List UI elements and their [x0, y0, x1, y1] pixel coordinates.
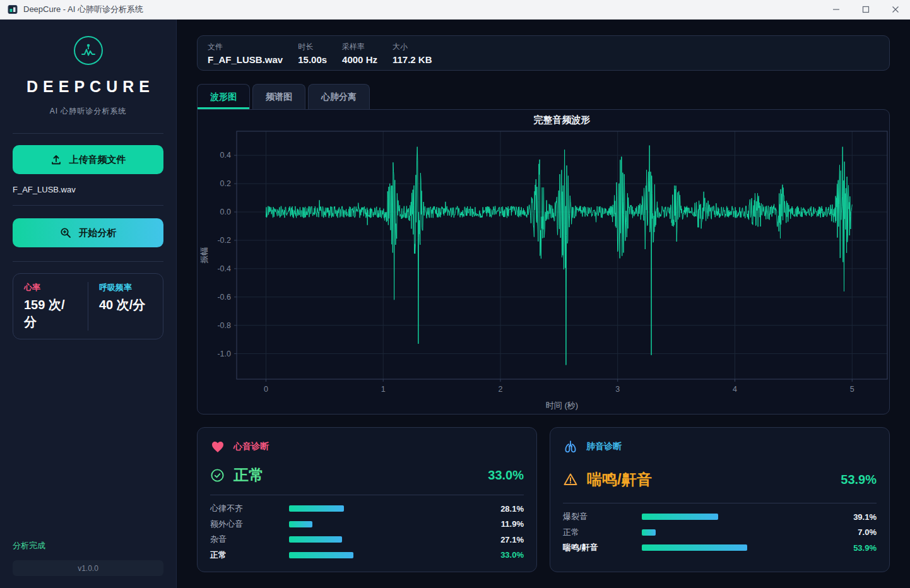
- svg-text:5: 5: [850, 385, 854, 394]
- svg-text:1: 1: [381, 385, 386, 394]
- diagnosis-cards: 心音诊断 正常 33.0% 心律不齐28.1%额外心音11.9%杂音27.1%正…: [197, 427, 890, 572]
- lung-result-label: 喘鸣/鼾音: [587, 469, 652, 490]
- svg-text:0.4: 0.4: [220, 151, 231, 160]
- probability-bar: [289, 521, 312, 527]
- probability-bar-track: [289, 521, 485, 527]
- probability-value: 53.9%: [837, 543, 877, 553]
- heart-rate-value: 159 次/分: [24, 297, 77, 331]
- sidebar-divider: [13, 205, 163, 206]
- diagnosis-row-label: 正常: [210, 550, 289, 561]
- svg-text:4: 4: [733, 385, 737, 394]
- info-label: 大小: [393, 42, 432, 52]
- brand-title: DEEPCURE: [13, 78, 163, 96]
- svg-text:时间 (秒): 时间 (秒): [546, 401, 578, 410]
- svg-text:0.2: 0.2: [220, 179, 231, 188]
- svg-text:2: 2: [498, 385, 502, 394]
- svg-text:完整音频波形: 完整音频波形: [534, 114, 591, 125]
- card-divider: [563, 503, 877, 503]
- svg-text:0.0: 0.0: [220, 208, 231, 216]
- probability-bar: [289, 536, 342, 543]
- probability-value: 27.1%: [485, 535, 524, 544]
- close-button[interactable]: [880, 0, 910, 19]
- heart-icon: [210, 439, 225, 454]
- window-title: DeepCure - AI 心肺听诊分析系统: [23, 4, 143, 15]
- window-titlebar: DeepCure - AI 心肺听诊分析系统: [0, 0, 910, 20]
- waveform-chart: 0123450.40.20.0-0.2-0.4-0.6-0.8-1.0完整音频波…: [198, 110, 888, 414]
- svg-text:0: 0: [264, 385, 268, 394]
- info-value: 15.00s: [298, 54, 327, 65]
- info-value: 117.2 KB: [393, 54, 432, 65]
- svg-text:振幅: 振幅: [199, 247, 209, 264]
- diagnosis-row: 正常7.0%: [563, 525, 877, 541]
- app-icon: [8, 4, 18, 15]
- probability-bar: [642, 514, 718, 520]
- tab-spectrogram[interactable]: 频谱图: [252, 84, 305, 109]
- main-content: 文件 F_AF_LUSB.wav 时长 15.00s 采样率 4000 Hz 大…: [177, 20, 910, 588]
- diagnosis-row: 额外心音11.9%: [210, 517, 524, 532]
- probability-bar-track: [642, 544, 837, 551]
- heart-result-row: 正常 33.0%: [210, 465, 524, 485]
- svg-text:-0.8: -0.8: [217, 321, 231, 330]
- logo: [13, 36, 163, 65]
- diagnosis-row: 喘鸣/鼾音53.9%: [563, 540, 877, 556]
- lung-confidence: 53.9%: [841, 473, 877, 487]
- logo-circle: [74, 36, 103, 65]
- probability-bar-track: [642, 514, 837, 520]
- heart-rate-stat: 心率 159 次/分: [13, 282, 88, 331]
- warning-icon: [563, 472, 578, 487]
- probability-value: 39.1%: [837, 512, 877, 522]
- lung-card-title: 肺音诊断: [586, 441, 622, 452]
- sidebar-divider: [13, 261, 163, 262]
- heart-confidence: 33.0%: [488, 468, 524, 483]
- start-button-label: 开始分析: [79, 227, 117, 239]
- analysis-status: 分析完成: [13, 540, 163, 551]
- svg-text:-0.4: -0.4: [217, 264, 231, 273]
- probability-bar-track: [289, 505, 485, 512]
- svg-text:-0.6: -0.6: [217, 293, 231, 302]
- upload-icon: [50, 154, 62, 165]
- svg-text:-1.0: -1.0: [217, 350, 231, 358]
- minimize-button[interactable]: [821, 0, 851, 19]
- probability-bar: [642, 529, 656, 536]
- info-label: 时长: [298, 42, 327, 52]
- zoom-search-icon: [60, 227, 71, 238]
- lung-result-row: 喘鸣/鼾音 53.9%: [563, 469, 877, 490]
- window-controls: [821, 0, 910, 19]
- probability-bar: [289, 552, 353, 558]
- info-value: F_AF_LUSB.wav: [208, 54, 283, 65]
- resp-rate-stat: 呼吸频率 40 次/分: [88, 282, 163, 331]
- waveform-chart-panel: 0123450.40.20.0-0.2-0.4-0.6-0.8-1.0完整音频波…: [197, 109, 890, 415]
- tab-waveform[interactable]: 波形图: [197, 84, 250, 109]
- app-window: DEEPCURE AI 心肺听诊分析系统 上传音频文件 F_AF_LUSB.wa…: [0, 20, 910, 588]
- diagnosis-row: 爆裂音39.1%: [563, 509, 877, 525]
- upload-audio-button[interactable]: 上传音频文件: [13, 145, 163, 174]
- start-analysis-button[interactable]: 开始分析: [13, 218, 163, 247]
- lung-card-header: 肺音诊断: [563, 439, 877, 454]
- svg-text:-0.2: -0.2: [217, 236, 231, 245]
- resp-rate-value: 40 次/分: [99, 297, 152, 314]
- lung-probability-rows: 爆裂音39.1%正常7.0%喘鸣/鼾音53.9%: [563, 509, 877, 556]
- check-circle-icon: [210, 468, 225, 483]
- diagnosis-row: 杂音27.1%: [210, 532, 524, 548]
- tab-heart-lung-separation[interactable]: 心肺分离: [308, 84, 370, 109]
- lungs-icon: [563, 439, 578, 454]
- diagnosis-row-label: 爆裂音: [563, 511, 642, 522]
- version-badge: v1.0.0: [13, 560, 163, 576]
- lung-diagnosis-card: 肺音诊断 喘鸣/鼾音 53.9% 爆裂音39.1%正常7.0%喘鸣/鼾音53.9…: [550, 427, 890, 572]
- pulse-icon: [79, 41, 98, 60]
- diagnosis-row-label: 喘鸣/鼾音: [563, 542, 642, 553]
- heart-result-label: 正常: [233, 465, 264, 485]
- probability-bar-track: [289, 552, 485, 558]
- file-info-item: 大小 117.2 KB: [393, 42, 432, 65]
- file-info-item: 文件 F_AF_LUSB.wav: [208, 42, 283, 65]
- maximize-button[interactable]: [851, 0, 880, 19]
- heart-rate-label: 心率: [24, 282, 77, 293]
- diagnosis-row-label: 杂音: [210, 534, 289, 545]
- probability-bar: [642, 544, 747, 551]
- diagnosis-row: 正常33.0%: [210, 548, 524, 563]
- info-label: 采样率: [342, 42, 377, 52]
- heart-diagnosis-card: 心音诊断 正常 33.0% 心律不齐28.1%额外心音11.9%杂音27.1%正…: [197, 427, 537, 572]
- probability-value: 7.0%: [837, 527, 877, 537]
- probability-value: 33.0%: [485, 550, 524, 560]
- file-info-item: 采样率 4000 Hz: [342, 42, 377, 65]
